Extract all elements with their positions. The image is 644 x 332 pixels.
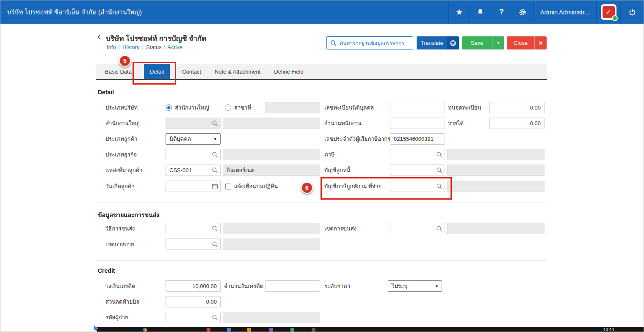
tax-id-input[interactable]	[390, 133, 445, 145]
employee-count-field[interactable]	[390, 118, 445, 129]
sales-zone-field[interactable]	[166, 239, 221, 250]
price-level-select[interactable]: ไม่ระบุ ▼	[388, 280, 442, 292]
credit-days-label: จำนวนวันเครดิต	[224, 280, 263, 292]
credit-days-input[interactable]	[265, 280, 320, 292]
sales-zone-input[interactable]	[166, 239, 221, 250]
ar-account-field[interactable]	[390, 165, 445, 176]
tab-detail[interactable]: Detail	[144, 64, 170, 79]
ar-account-input[interactable]	[390, 165, 445, 176]
info-link[interactable]: Info	[107, 44, 116, 50]
business-type-field[interactable]	[166, 149, 221, 160]
help-button[interactable]: ?	[491, 0, 512, 24]
taskbar-browser-icon[interactable]	[143, 328, 147, 332]
notifications-button[interactable]	[470, 0, 491, 24]
transport-zone-field[interactable]	[390, 223, 445, 234]
app-window: บริษัท โปรซอฟท์ ซีอาร์เอ็ม จำกัด (สำนักง…	[0, 0, 644, 332]
translate-button[interactable]: Translate	[417, 36, 459, 49]
wht-account-input[interactable]	[390, 181, 445, 192]
birth-date-input[interactable]	[166, 181, 221, 192]
favorites-button[interactable]: ★	[448, 0, 470, 24]
annotation-step-5: 5	[119, 55, 131, 67]
user-avatar-button[interactable]: ✓	[596, 0, 620, 24]
close-icon: ×	[539, 39, 542, 47]
taskbar-app-icon[interactable]	[312, 328, 315, 332]
payer-name-field	[223, 312, 320, 323]
history-link[interactable]: History	[122, 44, 139, 50]
tab-define-field[interactable]: Define Field	[273, 64, 304, 79]
star-icon: ★	[456, 8, 463, 16]
taskbar-app-icon[interactable]	[227, 328, 231, 332]
tax-id-field[interactable]	[390, 133, 445, 145]
credit-limit-input[interactable]	[166, 280, 221, 292]
avatar: ✓	[601, 4, 616, 20]
annotation-step-6: 6	[301, 182, 313, 194]
translate-label: Translate	[417, 36, 447, 49]
taskbar: 10:44	[96, 327, 644, 332]
back-icon[interactable]: ‹	[97, 31, 101, 41]
business-type-input[interactable]	[166, 149, 221, 160]
user-menu[interactable]: Admin Administr...	[533, 0, 596, 24]
transport-method-input[interactable]	[166, 223, 221, 234]
registered-capital-label: ทุนจดทะเบียน	[448, 102, 481, 113]
bill-discount-input[interactable]	[166, 296, 221, 307]
revenue-db-search-label: ค้นหาจากฐานข้อมูลสรรพากร	[340, 39, 404, 47]
transport-method-field[interactable]	[166, 223, 221, 234]
transport-zone-input[interactable]	[390, 223, 445, 234]
company-type-label: ประเภทบริษัท	[105, 102, 138, 113]
vat-input[interactable]	[390, 149, 445, 160]
revenue-input[interactable]	[489, 118, 544, 129]
registered-capital-field[interactable]	[489, 102, 544, 113]
section-heading-sales-shipping: ข้อมูลขายและการขนส่ง	[98, 210, 159, 220]
taskbar-app-icon[interactable]	[290, 328, 294, 332]
taskbar-app-icon[interactable]	[207, 328, 210, 332]
bill-discount-label: ส่วนลดท้ายบิล	[105, 296, 139, 307]
payer-code-input[interactable]	[166, 312, 221, 323]
taskbar-clock: 10:44	[603, 327, 614, 332]
tab-contact[interactable]: Contact	[181, 64, 202, 79]
credit-limit-field[interactable]	[166, 280, 221, 292]
juristic-reg-field[interactable]	[390, 102, 445, 113]
taskbar-app-icon[interactable]	[269, 328, 273, 332]
head-office-radio-label: สำนักงานใหญ่	[175, 103, 209, 112]
taskbar-app-icon[interactable]	[247, 328, 251, 332]
sales-zone-label: เขตการขาย	[105, 239, 134, 250]
wht-account-field[interactable]	[390, 181, 445, 192]
revenue-label: รายได้	[448, 118, 464, 129]
settings-button[interactable]	[512, 0, 533, 24]
revenue-field[interactable]	[489, 118, 544, 129]
wht-account-name-field	[447, 181, 544, 192]
tab-basic-data[interactable]: Basic Data	[104, 64, 133, 79]
branch-number-field	[265, 102, 320, 113]
employee-count-input[interactable]	[390, 118, 445, 129]
head-office-code-field	[166, 118, 221, 129]
branch-radio[interactable]: สาขาที่	[225, 102, 251, 113]
topbar-actions: ★ ? Admin Administr... ✓	[448, 0, 644, 24]
customer-source-field[interactable]	[166, 165, 221, 176]
birth-date-field[interactable]	[166, 181, 221, 192]
save-dropdown[interactable]: ▾	[492, 36, 504, 49]
calendar-alert-checkbox[interactable]: แจ้งเตือนบนปฏิทิน	[225, 181, 278, 192]
save-button[interactable]: Save ▾	[462, 36, 504, 49]
wht-account-label: บัญชีภาษีถูกหัก ณ ที่จ่าย	[324, 181, 381, 192]
customer-type-label: ประเภทลูกค้า	[105, 133, 138, 145]
head-office-radio[interactable]: สำนักงานใหญ่	[166, 102, 209, 113]
revenue-db-search[interactable]: ค้นหาจากฐานข้อมูลสรรพากร	[326, 36, 413, 49]
online-status-badge	[612, 15, 618, 21]
transport-zone-name-field	[447, 223, 544, 234]
customer-source-input[interactable]	[166, 165, 221, 176]
registered-capital-input[interactable]	[489, 102, 544, 113]
payer-code-field[interactable]	[166, 312, 221, 323]
bill-discount-field[interactable]	[166, 296, 221, 307]
close-x[interactable]: ×	[534, 36, 547, 49]
bell-icon	[477, 8, 484, 16]
birth-date-label: วันเกิดลูกค้า	[105, 181, 135, 192]
logout-button[interactable]	[620, 0, 644, 24]
credit-days-field[interactable]	[265, 280, 320, 292]
juristic-reg-input[interactable]	[390, 102, 445, 113]
tab-note-attachment[interactable]: Note & Attachment	[213, 64, 262, 79]
vat-field[interactable]	[390, 149, 445, 160]
customer-type-select[interactable]: นิติบุคคล ▼	[166, 133, 221, 145]
topbar: บริษัท โปรซอฟท์ ซีอาร์เอ็ม จำกัด (สำนักง…	[0, 0, 644, 24]
close-button[interactable]: Close ×	[507, 36, 547, 49]
select-caret-icon: ▼	[435, 284, 439, 288]
